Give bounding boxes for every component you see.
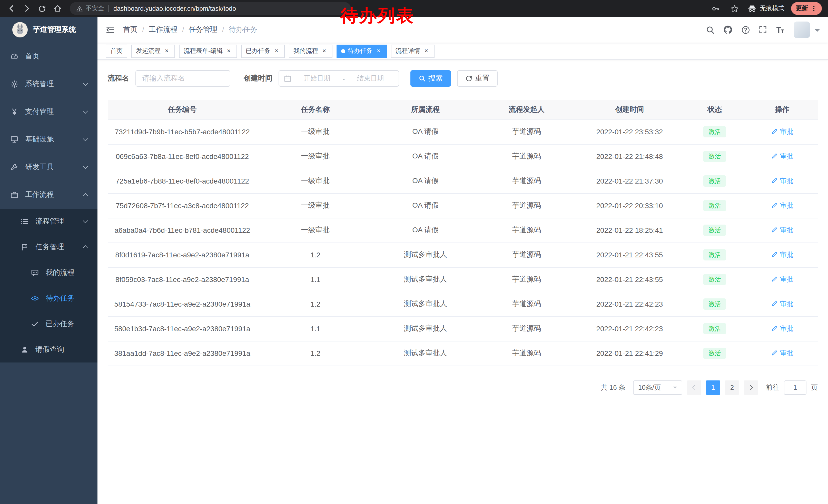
breadcrumb-item-task-mgmt[interactable]: 任务管理 / <box>189 25 229 34</box>
fullscreen-icon[interactable] <box>759 26 767 34</box>
edit-icon <box>771 325 778 332</box>
table-header-row: 任务编号 任务名称 所属流程 流程发起人 创建时间 状态 操作 <box>108 100 818 120</box>
approve-button[interactable]: 审批 <box>771 300 793 309</box>
chevron-down-icon <box>83 81 88 86</box>
breadcrumb-item-todo[interactable]: 待办任务 <box>229 25 257 34</box>
logo-avatar <box>12 22 28 37</box>
sidebar-item-task-mgmt[interactable]: 任务管理 <box>0 234 97 260</box>
goto-page-input[interactable]: 1 <box>784 380 806 395</box>
sidebar-item-process-mgmt[interactable]: 流程管理 <box>0 209 97 234</box>
address-bar[interactable]: 不安全 dashboard.yudao.iocoder.cn/bpm/task/… <box>70 2 351 15</box>
page-size-select[interactable]: 10条/页 <box>633 380 682 395</box>
start-date-input[interactable]: 开始日期 <box>293 74 341 83</box>
font-size-icon[interactable] <box>776 26 785 34</box>
chevron-down-icon[interactable] <box>815 29 820 34</box>
github-icon[interactable] <box>723 25 733 34</box>
approve-button[interactable]: 审批 <box>771 152 793 161</box>
warning-icon <box>76 5 83 12</box>
starter-cell: 芋道源码 <box>477 218 576 242</box>
breadcrumb-item-home[interactable]: 首页 / <box>123 25 149 34</box>
breadcrumb-item-workflow[interactable]: 工作流程 / <box>149 25 189 34</box>
process-cell: 测试多审批人 <box>374 267 477 292</box>
sidebar-item-home[interactable]: 首页 <box>0 43 97 70</box>
task-name-cell: 一级审批 <box>257 193 374 218</box>
close-icon[interactable]: × <box>321 47 328 55</box>
close-icon[interactable]: × <box>273 47 280 55</box>
sidebar-item-my-process[interactable]: 我的流程 <box>0 260 97 286</box>
sidebar-item-todo-task[interactable]: 待办任务 <box>0 286 97 311</box>
starter-cell: 芋道源码 <box>477 169 576 193</box>
close-icon[interactable]: × <box>225 47 233 55</box>
key-icon[interactable] <box>709 2 722 15</box>
hamburger-icon[interactable] <box>106 25 115 34</box>
page-button-2[interactable]: 2 <box>725 380 739 395</box>
approve-button[interactable]: 审批 <box>771 226 793 235</box>
close-icon[interactable]: × <box>423 47 430 55</box>
action-cell: 审批 <box>747 169 818 193</box>
tab-todo-task[interactable]: 待办任务 × <box>336 44 387 58</box>
sidebar-item-done-task[interactable]: 已办任务 <box>0 311 97 337</box>
starter-cell: 芋道源码 <box>477 341 576 366</box>
tab-launch-process[interactable]: 发起流程 × <box>131 44 175 58</box>
update-button[interactable]: 更新 <box>791 2 822 15</box>
end-date-input[interactable]: 结束日期 <box>347 74 394 83</box>
prev-page-button[interactable] <box>687 380 701 395</box>
page-button-1[interactable]: 1 <box>706 380 720 395</box>
tab-process-detail[interactable]: 流程详情 × <box>391 44 434 58</box>
status-badge: 激活 <box>704 151 726 162</box>
avatar[interactable] <box>794 21 810 38</box>
help-icon[interactable] <box>741 26 750 34</box>
home-button[interactable] <box>51 2 64 15</box>
sidebar-item-payment[interactable]: 支付管理 <box>0 98 97 126</box>
navbar-tools <box>706 21 820 38</box>
task-name-cell: 一级审批 <box>257 144 374 169</box>
app-logo: 芋道管理系统 <box>0 17 97 43</box>
tab-my-process[interactable]: 我的流程 × <box>289 44 332 58</box>
sidebar-item-leave-query[interactable]: 请假查询 <box>0 337 97 363</box>
task-name-cell: 一级审批 <box>257 120 374 144</box>
action-cell: 审批 <box>747 218 818 242</box>
sidebar-item-infra[interactable]: 基础设施 <box>0 126 97 153</box>
tab-done-task[interactable]: 已办任务 × <box>241 44 285 58</box>
tab-home[interactable]: 首页 <box>106 44 127 58</box>
browser-window: 不安全 dashboard.yudao.iocoder.cn/bpm/task/… <box>0 0 828 504</box>
status-badge: 激活 <box>704 299 726 310</box>
approve-button[interactable]: 审批 <box>771 275 793 284</box>
eye-icon <box>31 294 39 303</box>
back-button[interactable] <box>5 2 17 15</box>
approve-button[interactable]: 审批 <box>771 127 793 136</box>
task-id-cell: 75d72608-7b7f-11ec-a3c8-acde48001122 <box>108 193 257 218</box>
task-name-cell: 1.2 <box>257 292 374 316</box>
column-header: 任务名称 <box>257 100 374 120</box>
date-range-picker[interactable]: 开始日期 - 结束日期 <box>279 70 399 87</box>
forward-button[interactable] <box>20 2 33 15</box>
approve-button[interactable]: 审批 <box>771 201 793 210</box>
next-page-button[interactable] <box>744 380 758 395</box>
sidebar-item-workflow[interactable]: 工作流程 <box>0 181 97 209</box>
search-button[interactable]: 搜索 <box>410 70 451 87</box>
refresh-button[interactable] <box>36 2 48 15</box>
sidebar-item-devtools[interactable]: 研发工具 <box>0 153 97 181</box>
search-icon[interactable] <box>706 26 715 34</box>
workflow-icon <box>10 191 18 199</box>
tab-form-edit[interactable]: 流程表单-编辑 × <box>179 44 237 58</box>
close-icon[interactable]: × <box>375 47 382 55</box>
star-icon[interactable] <box>729 2 741 15</box>
chevron-down-icon <box>83 218 88 223</box>
status-badge: 激活 <box>704 249 726 261</box>
close-icon[interactable]: × <box>163 47 170 55</box>
sidebar-item-system[interactable]: 系统管理 <box>0 70 97 98</box>
task-id-cell: 8f059c03-7ac8-11ec-a9e2-a2380e71991a <box>108 267 257 292</box>
edit-icon <box>771 129 778 135</box>
reset-button[interactable]: 重置 <box>457 70 498 87</box>
create-time-cell: 2022-01-21 22:43:55 <box>576 267 683 292</box>
approve-button[interactable]: 审批 <box>771 176 793 186</box>
process-name-input[interactable]: 请输入流程名 <box>135 70 230 87</box>
approve-button[interactable]: 审批 <box>771 324 793 333</box>
approve-button[interactable]: 审批 <box>771 250 793 260</box>
update-label: 更新 <box>796 4 808 13</box>
edit-icon <box>771 178 778 184</box>
kebab-menu-icon[interactable] <box>811 5 817 12</box>
approve-button[interactable]: 审批 <box>771 349 793 358</box>
pagination: 共 16 条 10条/页 1 2 前往 1 页 <box>108 380 818 395</box>
